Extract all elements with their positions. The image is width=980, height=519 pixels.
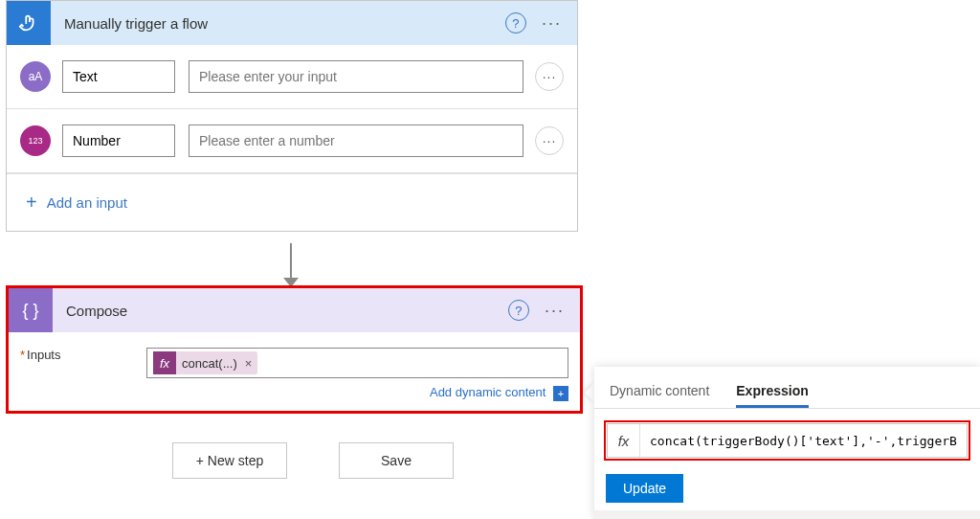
expression-highlight: fx [604,420,970,461]
compose-body: *Inputs fx concat(...) × Add dynamic con… [9,332,580,411]
input-row-menu[interactable]: ··· [535,126,564,155]
save-button[interactable]: Save [339,442,454,479]
tab-dynamic-content[interactable]: Dynamic content [610,383,709,408]
input-name-field[interactable] [62,60,175,93]
plus-icon: + [26,192,37,214]
trigger-input-row: 123 ··· [7,109,577,173]
trigger-header[interactable]: Manually trigger a flow ? ··· [7,1,577,45]
trigger-title: Manually trigger a flow [51,15,505,32]
text-input-icon: aA [20,61,51,92]
expression-panel: Dynamic content Expression fx Update Str… [594,367,980,519]
new-step-button[interactable]: + New step [172,442,287,479]
trigger-card: Manually trigger a flow ? ··· aA ··· 123… [6,0,578,232]
input-row-menu[interactable]: ··· [535,62,564,91]
compose-header[interactable]: { } Compose ? ··· [9,288,580,332]
add-dynamic-content-link[interactable]: Add dynamic content + [430,385,568,399]
remove-token-icon[interactable]: × [245,356,253,371]
action-buttons: + New step Save [172,442,454,479]
update-button[interactable]: Update [606,474,683,503]
connector-line [290,243,292,282]
fx-icon: fx [153,351,176,374]
dynamic-content-badge-icon: + [553,386,568,401]
manual-trigger-icon [7,1,51,45]
input-name-field[interactable] [62,124,175,157]
expression-input-wrap: fx [607,423,968,458]
number-input-icon: 123 [20,125,51,156]
help-icon[interactable]: ? [508,300,529,321]
flyout-pointer-icon [585,383,594,402]
help-icon[interactable]: ? [505,12,526,34]
fx-icon: fx [608,424,640,457]
inputs-field[interactable]: fx concat(...) × [146,348,568,378]
compose-card: { } Compose ? ··· *Inputs fx concat(...)… [6,285,583,414]
expression-tabs: Dynamic content Expression [594,367,980,409]
trigger-menu-button[interactable]: ··· [536,13,568,34]
input-value-field[interactable] [189,60,523,93]
add-input-label: Add an input [47,194,127,211]
trigger-input-row: aA ··· [7,45,577,109]
input-value-field[interactable] [189,124,523,157]
expression-input[interactable] [640,424,967,457]
token-label: concat(...) [182,356,237,371]
string-functions-section[interactable]: String functions See more [594,510,980,519]
compose-menu-button[interactable]: ··· [539,301,570,321]
add-input-button[interactable]: + Add an input [7,173,577,231]
inputs-label: *Inputs [20,348,146,362]
compose-title: Compose [53,303,508,319]
tab-expression[interactable]: Expression [736,383,808,408]
compose-icon: { } [9,288,53,332]
expression-token[interactable]: fx concat(...) × [153,351,257,374]
